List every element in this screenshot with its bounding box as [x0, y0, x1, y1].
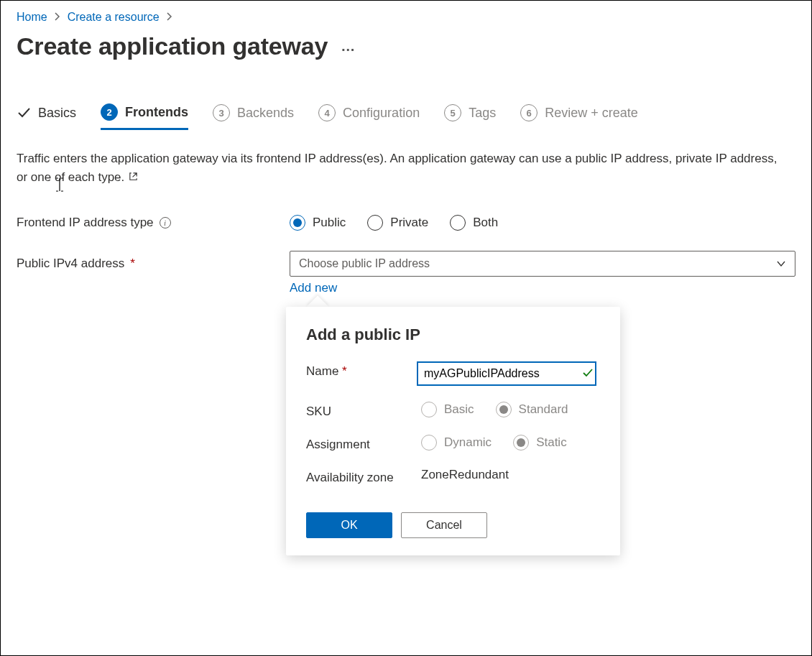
- radio-label: Basic: [444, 402, 474, 417]
- select-public-ipv4[interactable]: Choose public IP address: [290, 251, 795, 277]
- name-input[interactable]: [417, 361, 596, 386]
- radio-label: Standard: [519, 402, 568, 417]
- radio-label: Private: [390, 216, 428, 230]
- frontends-form: Frontend IP address type i Public Privat…: [17, 212, 795, 295]
- tab-label-configuration: Configuration: [343, 106, 420, 121]
- chevron-right-icon: [55, 12, 60, 23]
- tab-label-frontends: Frontends: [125, 105, 188, 120]
- page-title: Create application gateway …: [17, 32, 795, 60]
- radio-both[interactable]: Both: [450, 215, 498, 231]
- breadcrumb-create-resource[interactable]: Create a resource: [68, 11, 160, 24]
- row-frontend-ip-type: Frontend IP address type i Public Privat…: [17, 212, 795, 234]
- tab-basics[interactable]: Basics: [17, 106, 76, 128]
- required-indicator: *: [342, 364, 347, 378]
- step-number-3-icon: 3: [213, 104, 230, 121]
- step-number-5-icon: 5: [444, 104, 461, 121]
- tab-frontends[interactable]: 2 Frontends: [101, 103, 188, 130]
- row-availability-zone: Availability zone ZoneRedundant: [306, 468, 600, 485]
- availability-zone-value: ZoneRedundant: [421, 468, 600, 482]
- tab-label-basics: Basics: [38, 106, 76, 121]
- chevron-right-icon: [167, 12, 172, 23]
- info-icon[interactable]: i: [160, 217, 171, 228]
- breadcrumb: Home Create a resource: [17, 11, 795, 24]
- radio-label: Dynamic: [444, 435, 492, 450]
- label-text: Public IPv4 address: [17, 257, 124, 271]
- label-sku: SKU: [306, 402, 421, 419]
- frontends-description: Traffic enters the application gateway v…: [17, 149, 778, 188]
- check-icon: [17, 106, 31, 120]
- label-public-ipv4: Public IPv4 address *: [17, 257, 290, 271]
- radio-dot-icon: [367, 215, 383, 231]
- label-name: Name *: [306, 361, 417, 379]
- valid-check-icon: [581, 366, 594, 379]
- radio-group-frontend-ip-type: Public Private Both: [290, 215, 498, 231]
- add-public-ip-callout: Add a public IP Name * SKU: [286, 307, 620, 555]
- radio-label: Public: [313, 216, 346, 230]
- tab-label-tags: Tags: [469, 106, 496, 121]
- required-indicator: *: [130, 257, 135, 271]
- chevron-down-icon: [776, 259, 786, 269]
- tab-configuration[interactable]: 4 Configuration: [318, 104, 420, 129]
- tab-backends[interactable]: 3 Backends: [213, 104, 294, 129]
- ok-button[interactable]: OK: [306, 512, 392, 538]
- label-text: Name: [306, 364, 338, 378]
- radio-sku-basic: Basic: [421, 402, 474, 417]
- external-link-icon: [128, 171, 139, 182]
- step-number-4-icon: 4: [318, 104, 336, 121]
- radio-private[interactable]: Private: [367, 215, 428, 231]
- radio-sku-standard: Standard: [496, 402, 568, 417]
- step-number-2-icon: 2: [101, 103, 118, 121]
- select-placeholder: Choose public IP address: [299, 257, 430, 270]
- label-text: Frontend IP address type: [17, 216, 154, 230]
- callout-buttons: OK Cancel: [306, 512, 600, 538]
- tab-tags[interactable]: 5 Tags: [444, 104, 496, 129]
- radio-dot-icon: [496, 402, 512, 417]
- radio-dot-icon: [450, 215, 466, 231]
- radio-dot-icon: [513, 435, 529, 451]
- page-title-text: Create application gateway: [17, 32, 328, 60]
- label-availability-zone: Availability zone: [306, 468, 421, 485]
- cancel-button[interactable]: Cancel: [401, 512, 487, 538]
- radio-label: Static: [536, 435, 567, 450]
- radio-assignment-dynamic: Dynamic: [421, 435, 492, 451]
- tab-label-review: Review + create: [545, 106, 638, 121]
- radio-dot-icon: [290, 215, 305, 231]
- label-frontend-ip-type: Frontend IP address type i: [17, 216, 290, 230]
- tab-label-backends: Backends: [237, 106, 294, 121]
- tab-review-create[interactable]: 6 Review + create: [520, 104, 638, 129]
- step-number-6-icon: 6: [520, 104, 538, 121]
- add-new-public-ip-link[interactable]: Add new: [290, 281, 337, 295]
- radio-public[interactable]: Public: [290, 215, 346, 231]
- callout-title: Add a public IP: [306, 325, 600, 344]
- row-public-ipv4: Public IPv4 address * Choose public IP a…: [17, 251, 795, 277]
- radio-dot-icon: [421, 435, 437, 451]
- more-actions-icon[interactable]: …: [341, 38, 356, 55]
- radio-dot-icon: [421, 402, 437, 417]
- breadcrumb-home[interactable]: Home: [17, 11, 47, 24]
- learn-more-link[interactable]: [128, 170, 139, 184]
- wizard-tabs: Basics 2 Frontends 3 Backends 4 Configur…: [17, 103, 795, 129]
- row-name: Name *: [306, 361, 600, 386]
- row-assignment: Assignment Dynamic Static: [306, 435, 600, 452]
- label-assignment: Assignment: [306, 435, 421, 452]
- radio-label: Both: [473, 216, 498, 230]
- row-sku: SKU Basic Standard: [306, 402, 600, 419]
- radio-assignment-static: Static: [513, 435, 567, 451]
